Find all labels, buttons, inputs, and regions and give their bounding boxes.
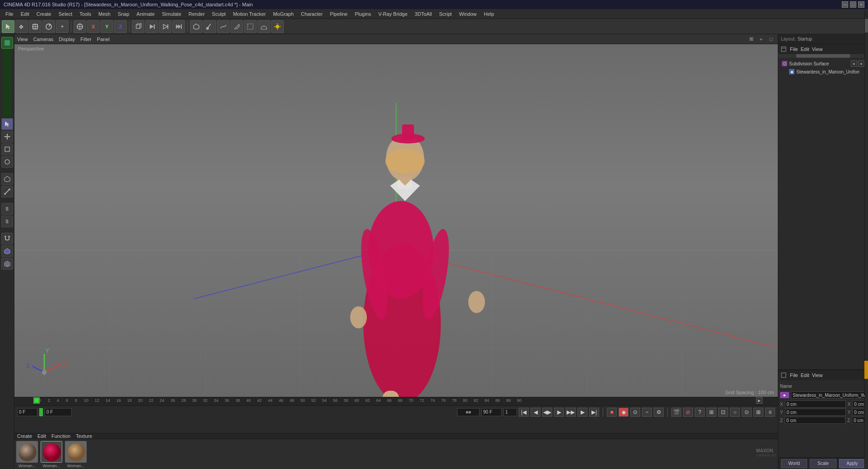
anim-icon-6[interactable]: ≡ xyxy=(765,408,775,417)
anim-icon-3[interactable]: ○ xyxy=(730,408,740,417)
scale-button[interactable]: Scale xyxy=(810,459,836,468)
am-x-pos[interactable] xyxy=(785,400,846,408)
om-item-subdivision[interactable]: ⬡ Subdivision Surface ● ● xyxy=(780,60,866,68)
viewport-canvas[interactable]: X Y Z Perspective Grid Spacing : 100 cm xyxy=(14,44,778,397)
anim-icon-5[interactable]: ⊞ xyxy=(753,408,763,417)
goto-start-button[interactable]: |◀ xyxy=(519,408,529,417)
toolbar-rotate[interactable] xyxy=(42,20,55,33)
menu-window[interactable]: Window xyxy=(455,10,480,18)
frame-display[interactable] xyxy=(45,408,72,416)
menu-edit[interactable]: Edit xyxy=(17,10,33,18)
anim-icon-4[interactable]: ⊙ xyxy=(742,408,752,417)
tool-soft-select[interactable]: S xyxy=(1,216,13,227)
menu-animate[interactable]: Animate xyxy=(133,10,158,18)
right-scroll-thumb[interactable] xyxy=(865,19,868,32)
help-btn[interactable]: ? xyxy=(695,408,705,417)
tool-edge[interactable] xyxy=(1,186,13,198)
tool-poly-model[interactable] xyxy=(1,173,13,185)
viewport-menu-view[interactable]: View xyxy=(17,37,28,42)
toolbar-floor[interactable] xyxy=(258,20,270,33)
next-frame-button[interactable]: ▶ xyxy=(577,408,587,417)
tool-rotate[interactable] xyxy=(1,156,13,168)
toolbar-y-axis[interactable]: Y xyxy=(101,20,113,33)
viewport-icon-1[interactable]: ⊞ xyxy=(747,35,755,43)
maximize-button[interactable]: □ xyxy=(850,1,856,8)
material-item-1[interactable]: Woman... xyxy=(16,441,38,468)
toolbar-transform[interactable]: + xyxy=(56,20,69,33)
play-forward-button[interactable]: ▶▶ xyxy=(566,408,576,417)
am-menu-view[interactable]: View xyxy=(812,372,823,378)
am-menu-edit[interactable]: Edit xyxy=(801,372,809,378)
menu-mesh[interactable]: Mesh xyxy=(95,10,114,18)
toolbar-knife[interactable] xyxy=(231,20,243,33)
menu-create[interactable]: Create xyxy=(33,10,55,18)
minimize-button[interactable]: ─ xyxy=(842,1,848,8)
om-menu-file[interactable]: File xyxy=(790,46,798,52)
toolbar-render-preview[interactable] xyxy=(145,20,158,33)
am-object-name-input[interactable] xyxy=(791,391,866,399)
toolbar-z-axis[interactable]: Z xyxy=(114,20,127,33)
menu-plugins[interactable]: Plugins xyxy=(351,10,374,18)
prev-frame-button[interactable]: ◀ xyxy=(531,408,540,417)
toolbar-light[interactable] xyxy=(271,20,284,33)
toolbar-null-obj[interactable] xyxy=(74,20,86,33)
keyframe-button[interactable]: ◆ xyxy=(619,408,628,417)
toolbar-spline[interactable] xyxy=(217,20,230,33)
menu-script[interactable]: Script xyxy=(435,10,455,18)
material-menu-edit[interactable]: Edit xyxy=(37,433,46,439)
window-controls[interactable]: ─ □ × xyxy=(842,1,864,8)
fps-input[interactable] xyxy=(503,408,517,416)
toolbar-scale[interactable] xyxy=(29,20,42,33)
world-button[interactable]: World xyxy=(781,459,807,468)
menu-help[interactable]: Help xyxy=(480,10,498,18)
toolbar-brush[interactable] xyxy=(203,20,216,33)
tool-move-select[interactable] xyxy=(1,118,13,130)
viewport-menu-display[interactable]: Display xyxy=(59,37,75,42)
toolbar-object-poly[interactable] xyxy=(190,20,203,33)
anim-icon-2[interactable]: ⊡ xyxy=(718,408,728,417)
menu-sculpt[interactable]: Sculpt xyxy=(208,10,230,18)
menu-select[interactable]: Select xyxy=(55,10,76,18)
viewport-menu-filter[interactable]: Filter xyxy=(80,37,91,42)
viewport-menu-panel[interactable]: Panel xyxy=(97,37,110,42)
viewport-icon-3[interactable]: □ xyxy=(767,35,775,43)
toolbar-render-all[interactable] xyxy=(172,20,185,33)
tool-scale[interactable] xyxy=(1,143,13,155)
render-icon-btn[interactable]: 🎬 xyxy=(671,408,681,417)
timeline-settings[interactable]: ⚙ xyxy=(654,408,664,417)
auto-keyframe-button[interactable]: ⊙ xyxy=(630,408,640,417)
record-button[interactable]: ■ xyxy=(607,408,617,417)
material-item-2[interactable]: Woman... xyxy=(41,441,62,468)
am-menu-file[interactable]: File xyxy=(790,372,798,378)
menu-tools[interactable]: Tools xyxy=(76,10,95,18)
timeline-cursor[interactable] xyxy=(39,408,43,416)
menu-character[interactable]: Character xyxy=(297,10,326,18)
tool-move[interactable] xyxy=(1,131,13,143)
play-reverse-button[interactable]: ◀▶ xyxy=(542,408,552,417)
render-stop-btn[interactable]: ⊘ xyxy=(683,408,693,417)
viewport-icon-2[interactable]: + xyxy=(757,35,765,43)
menu-file[interactable]: File xyxy=(2,10,17,18)
motion-path-button[interactable]: ~ xyxy=(642,408,652,417)
tool-magnet[interactable] xyxy=(1,233,13,244)
goto-end-button[interactable]: ▶| xyxy=(589,408,599,417)
current-frame-input[interactable] xyxy=(17,408,37,416)
right-scrollbar[interactable] xyxy=(864,10,868,469)
menu-simulate[interactable]: Simulate xyxy=(158,10,185,18)
close-button[interactable]: × xyxy=(858,1,864,8)
tool-smooth[interactable] xyxy=(1,258,13,270)
menu-snap[interactable]: Snap xyxy=(114,10,133,18)
anim-icon-1[interactable]: ⊞ xyxy=(706,408,716,417)
toolbar-select-model[interactable] xyxy=(2,20,14,33)
material-menu-function[interactable]: Function xyxy=(51,433,70,439)
apply-button[interactable]: Apply xyxy=(839,459,865,468)
layout-value[interactable]: Startup xyxy=(798,37,812,41)
menu-3dtoall[interactable]: 3DToAll xyxy=(411,10,435,18)
om-scroll-thumb[interactable] xyxy=(796,54,850,58)
om-menu-edit[interactable]: Edit xyxy=(801,46,809,52)
toolbar-select-all[interactable] xyxy=(244,20,257,33)
play-button[interactable]: ▶ xyxy=(554,408,564,417)
tool-snap-s[interactable]: S xyxy=(1,203,13,215)
om-item-stewardess[interactable]: ◉ Stewardess_in_Maroon_Uniform_W... xyxy=(780,68,866,76)
end-frame-input[interactable] xyxy=(481,408,502,416)
